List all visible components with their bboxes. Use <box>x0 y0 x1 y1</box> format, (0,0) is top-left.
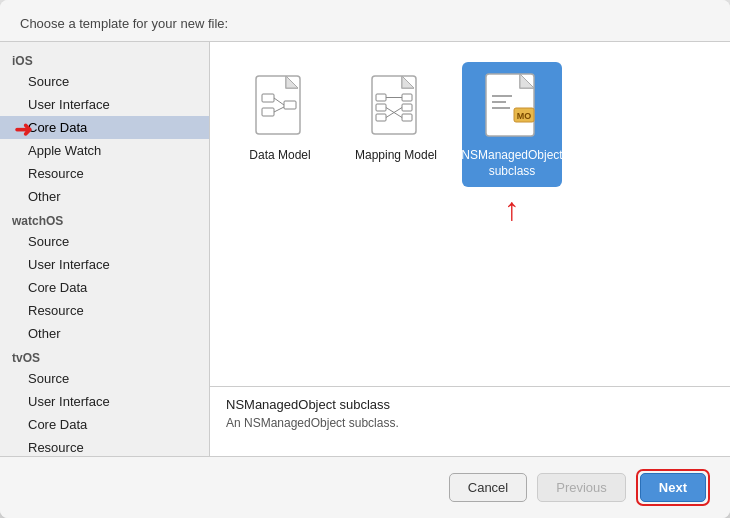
description-area: NSManagedObject subclass An NSManagedObj… <box>210 386 730 456</box>
sidebar-item-tvos-coredata[interactable]: Core Data <box>0 413 209 436</box>
description-title: NSManagedObject subclass <box>226 397 714 412</box>
template-label-mappingmodel: Mapping Model <box>355 148 437 164</box>
template-item-mappingmodel[interactable]: Mapping Model <box>346 62 446 225</box>
sidebar-item-ios-applewatch[interactable]: Apple Watch <box>0 139 209 162</box>
sidebar-item-tvos-resource[interactable]: Resource <box>0 436 209 456</box>
up-arrow: ↑ <box>504 193 520 225</box>
dialog-header: Choose a template for your new file: <box>0 0 730 41</box>
nsmanagedobject-icon: MO <box>480 70 544 142</box>
template-label-datamodel: Data Model <box>249 148 310 164</box>
template-grid: Data Model <box>210 42 730 386</box>
content-area: Data Model <box>210 42 730 456</box>
data-model-icon <box>248 70 312 142</box>
template-item-nsmanagedobject[interactable]: MO NSManagedObject subclass <box>462 62 562 187</box>
template-label-nsmanagedobject: NSManagedObject subclass <box>461 148 562 179</box>
svg-text:MO: MO <box>517 111 532 121</box>
cancel-button[interactable]: Cancel <box>449 473 527 502</box>
sidebar-item-watchos-source[interactable]: Source <box>0 230 209 253</box>
sidebar-group-ios: iOS <box>0 48 209 70</box>
sidebar-item-ios-other[interactable]: Other <box>0 185 209 208</box>
dialog: Choose a template for your new file: iOS… <box>0 0 730 518</box>
header-text: Choose a template for your new file: <box>20 16 228 31</box>
next-button[interactable]: Next <box>640 473 706 502</box>
sidebar-group-watchos: watchOS <box>0 208 209 230</box>
mapping-model-icon <box>364 70 428 142</box>
sidebar-item-watchos-coredata[interactable]: Core Data <box>0 276 209 299</box>
sidebar-item-ios-userinterface[interactable]: User Interface <box>0 93 209 116</box>
sidebar-item-ios-coredata[interactable]: Core Data <box>0 116 209 139</box>
sidebar-item-ios-source[interactable]: Source <box>0 70 209 93</box>
sidebar-item-tvos-source[interactable]: Source <box>0 367 209 390</box>
previous-button[interactable]: Previous <box>537 473 626 502</box>
dialog-footer: Cancel Previous Next <box>0 457 730 518</box>
sidebar: iOS Source User Interface Core Data Appl… <box>0 42 210 456</box>
sidebar-item-watchos-other[interactable]: Other <box>0 322 209 345</box>
next-button-wrapper: Next <box>636 469 710 506</box>
sidebar-group-tvos: tvOS <box>0 345 209 367</box>
sidebar-item-tvos-userinterface[interactable]: User Interface <box>0 390 209 413</box>
sidebar-item-watchos-userinterface[interactable]: User Interface <box>0 253 209 276</box>
dialog-body: iOS Source User Interface Core Data Appl… <box>0 41 730 457</box>
sidebar-item-ios-resource[interactable]: Resource <box>0 162 209 185</box>
sidebar-item-watchos-resource[interactable]: Resource <box>0 299 209 322</box>
template-item-datamodel[interactable]: Data Model <box>230 62 330 225</box>
description-text: An NSManagedObject subclass. <box>226 416 714 430</box>
